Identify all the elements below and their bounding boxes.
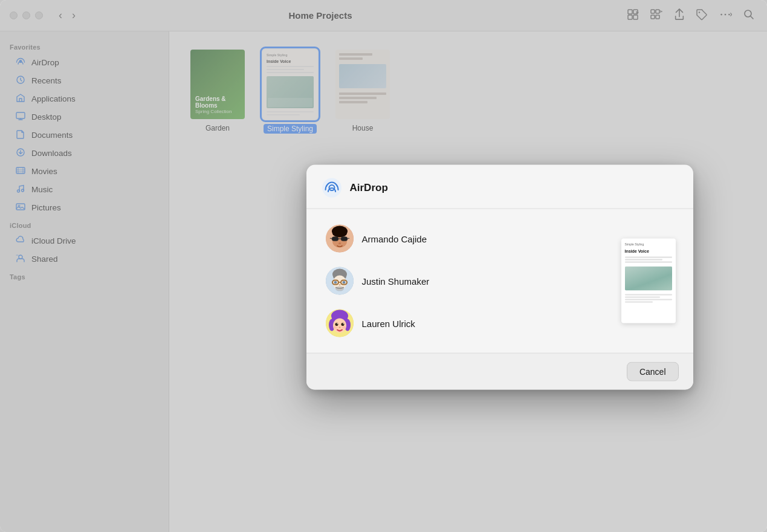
preview-image — [625, 266, 672, 290]
preview-line-1 — [625, 256, 672, 258]
cancel-button[interactable]: Cancel — [627, 362, 679, 381]
preview-foot-lines — [625, 294, 672, 302]
svg-point-30 — [338, 242, 341, 244]
svg-point-38 — [342, 281, 345, 284]
preview-foot-4 — [625, 301, 653, 302]
svg-point-48 — [337, 323, 338, 325]
avatar-justin — [326, 267, 354, 295]
airdrop-dialog: AirDrop — [306, 165, 693, 390]
dialog-preview: Simple Styling Inside Voice — [618, 219, 679, 343]
dialog-header: AirDrop — [306, 165, 693, 209]
dialog-footer: Cancel — [306, 353, 693, 390]
svg-point-46 — [335, 323, 338, 326]
dialog-airdrop-icon — [321, 177, 343, 199]
svg-point-50 — [334, 326, 337, 329]
preview-line-3 — [625, 261, 672, 262]
svg-point-47 — [341, 323, 344, 326]
preview-large-title: Inside Voice — [625, 248, 672, 253]
contact-lauren-name: Lauren Ulrick — [362, 318, 415, 328]
preview-card: Simple Styling Inside Voice — [621, 239, 676, 323]
svg-point-52 — [338, 327, 340, 328]
preview-foot-2 — [625, 296, 661, 297]
contact-lauren[interactable]: Lauren Ulrick — [321, 303, 606, 343]
contacts-list: Armando Cajide — [321, 219, 606, 343]
contact-justin[interactable]: Justin Shumaker — [321, 261, 606, 301]
svg-point-51 — [342, 326, 346, 329]
preview-img-inner — [625, 266, 672, 290]
svg-rect-29 — [341, 237, 348, 241]
preview-body-lines — [625, 256, 672, 262]
preview-small-title: Simple Styling — [625, 242, 672, 247]
contact-armando-name: Armando Cajide — [362, 233, 427, 244]
preview-foot-1 — [625, 294, 672, 295]
avatar-lauren — [326, 310, 354, 337]
svg-point-49 — [343, 323, 344, 325]
preview-line-2 — [625, 259, 662, 260]
svg-point-39 — [335, 287, 344, 291]
dialog-title: AirDrop — [350, 182, 388, 194]
svg-point-27 — [332, 229, 347, 238]
preview-foot-3 — [625, 299, 672, 300]
finder-window: ‹ › Home Projects — [0, 0, 767, 532]
contact-justin-name: Justin Shumaker — [362, 276, 430, 286]
avatar-armando — [326, 225, 354, 253]
svg-point-37 — [334, 281, 337, 284]
contact-armando[interactable]: Armando Cajide — [321, 219, 606, 259]
svg-rect-28 — [332, 237, 338, 241]
dialog-body: Armando Cajide — [306, 209, 693, 353]
